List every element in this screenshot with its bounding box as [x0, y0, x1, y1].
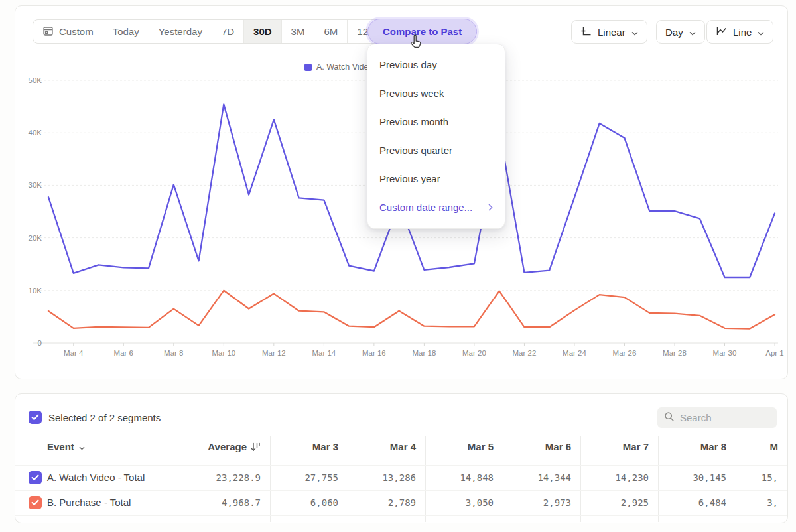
cell-value: 4,968.7 — [170, 498, 261, 508]
column-header-mar-7[interactable]: Mar 7 — [559, 441, 649, 452]
x-axis-tick-label: Mar 8 — [164, 349, 183, 357]
chart-type-dropdown-button[interactable]: Line — [706, 20, 773, 44]
cell-value: 23,228.9 — [170, 472, 261, 483]
menu-item-custom-date-range[interactable]: Custom date range... — [367, 193, 505, 222]
x-axis-tick-label: Mar 6 — [114, 349, 133, 357]
cell-value: 2,789 — [326, 498, 416, 508]
y-axis-tick-label: 0 — [38, 339, 42, 347]
column-header-mar-4[interactable]: Mar 4 — [326, 441, 416, 452]
chevron-down-icon — [79, 441, 85, 452]
menu-item-previous-quarter[interactable]: Previous quarter — [367, 136, 505, 165]
column-header-mar-3[interactable]: Mar 3 — [248, 441, 338, 452]
menu-item-previous-day[interactable]: Previous day — [367, 50, 505, 79]
series-a-legend-label: A. Watch Vide — [316, 62, 369, 72]
cell-value: 15, — [688, 472, 778, 483]
cell-value: 6,060 — [248, 498, 338, 508]
series-a-swatch — [304, 64, 312, 71]
preset-30d-selected[interactable]: 30D — [244, 20, 282, 43]
calendar-icon — [42, 25, 54, 38]
y-axis-tick-label: 30K — [29, 181, 42, 189]
interval-dropdown-button[interactable]: Day — [656, 20, 705, 44]
chevron-down-icon — [631, 27, 638, 38]
check-icon — [31, 414, 39, 421]
select-all-checkbox[interactable] — [29, 411, 42, 424]
column-header-m[interactable]: M — [688, 441, 778, 452]
x-axis-tick-label: Mar 18 — [413, 349, 436, 357]
x-axis-tick-label: Mar 22 — [513, 349, 537, 357]
column-header-mar-5[interactable]: Mar 5 — [403, 441, 494, 452]
date-preset-group: Custom Today Yesterday 7D 30D 3M 6M 12M — [33, 19, 386, 44]
menu-item-previous-week[interactable]: Previous week — [367, 79, 505, 107]
preset-custom[interactable]: Custom — [33, 20, 103, 43]
cell-value: 14,848 — [403, 472, 494, 483]
y-axis-tick-label: 10K — [29, 287, 42, 295]
menu-item-previous-month[interactable]: Previous month — [367, 107, 505, 136]
y-axis-tick-label: 40K — [29, 129, 42, 137]
check-icon — [31, 499, 39, 506]
chevron-down-icon — [758, 27, 764, 38]
chart-legend: A. Watch Vide — [304, 62, 369, 72]
preset-6m[interactable]: 6M — [314, 20, 348, 43]
search-icon — [664, 411, 675, 425]
cell-value: 27,755 — [248, 472, 338, 483]
x-axis-tick-label: Mar 24 — [563, 349, 586, 357]
x-axis-tick-label: Mar 10 — [212, 349, 235, 357]
search-input[interactable] — [680, 412, 766, 423]
x-axis-tick-label: Mar 26 — [613, 349, 637, 357]
column-header-mar-6[interactable]: Mar 6 — [481, 441, 571, 452]
series-line-b[interactable] — [48, 291, 775, 329]
menu-item-previous-year[interactable]: Previous year — [367, 165, 505, 193]
cell-value: 2,925 — [559, 498, 649, 508]
x-axis-tick-label: Mar 30 — [713, 349, 737, 357]
mouse-cursor-pointer — [408, 34, 424, 52]
segment-checkbox-a[interactable] — [29, 471, 42, 484]
line-chart-icon — [716, 26, 727, 38]
axis-scale-icon — [580, 26, 592, 38]
preset-label: Custom — [59, 26, 94, 37]
segment-row-label: B. Purchase - Total — [47, 497, 131, 508]
compare-to-past-menu: Previous day Previous week Previous mont… — [367, 44, 505, 229]
x-axis-tick-label: Mar 20 — [462, 349, 486, 357]
row-separator — [15, 490, 787, 491]
segment-row-label: A. Watch Video - Total — [47, 472, 145, 483]
event-column-header[interactable]: Event — [47, 441, 85, 452]
row-separator — [15, 465, 787, 466]
preset-today[interactable]: Today — [103, 20, 149, 43]
x-axis-tick-label: Apr 1 — [765, 349, 784, 357]
cell-value: 13,286 — [326, 472, 416, 483]
x-axis-tick-label: Mar 28 — [663, 349, 687, 357]
check-icon — [31, 474, 39, 481]
segments-panel: Selected 2 of 2 segments Event AverageMa… — [15, 393, 788, 523]
cell-value: 2,973 — [481, 498, 571, 508]
x-axis-tick-label: Mar 4 — [64, 349, 84, 357]
scale-dropdown-button[interactable]: Linear — [571, 20, 647, 44]
segment-checkbox-b[interactable] — [29, 496, 42, 509]
chevron-right-icon — [488, 202, 493, 213]
x-axis-tick-label: Mar 12 — [262, 349, 286, 357]
column-header-average[interactable]: Average — [170, 441, 261, 452]
cell-value: 3,050 — [403, 498, 494, 508]
preset-3m[interactable]: 3M — [282, 20, 315, 43]
preset-7d[interactable]: 7D — [212, 20, 244, 43]
x-axis-tick-label: Mar 14 — [312, 349, 336, 357]
row-separator — [15, 515, 787, 516]
cell-value: 14,230 — [559, 472, 649, 483]
selected-segments-summary: Selected 2 of 2 segments — [48, 412, 161, 423]
x-axis-tick-label: Mar 16 — [362, 349, 386, 357]
y-axis-tick-label: 20K — [29, 234, 42, 242]
chevron-down-icon — [689, 27, 696, 38]
cell-value: 14,344 — [481, 472, 571, 483]
cell-value: 3, — [688, 498, 778, 508]
segments-search[interactable] — [657, 407, 777, 428]
preset-yesterday[interactable]: Yesterday — [149, 20, 212, 43]
y-axis-tick-label: 50K — [29, 76, 42, 84]
